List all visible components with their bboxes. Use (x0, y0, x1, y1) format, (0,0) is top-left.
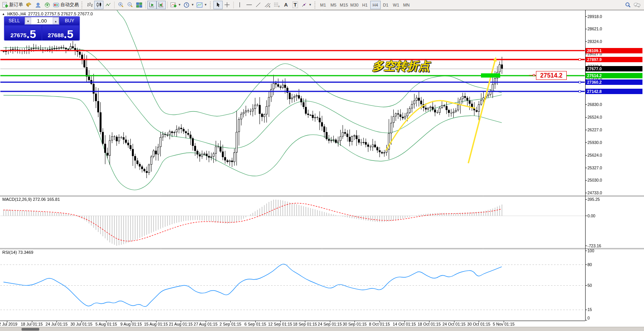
crosshair-icon (224, 2, 230, 8)
price-tick-label: 28621.0 (587, 26, 602, 31)
macd-scale-label: 395.25 (587, 197, 600, 202)
timeframe-d1[interactable]: D1 (381, 1, 391, 9)
price-tick-label: 25624.0 (587, 153, 602, 158)
toolbar-right-group (623, 1, 642, 9)
timeframe-w1[interactable]: W1 (391, 1, 401, 9)
sell-price-fraction: .5 (27, 28, 36, 40)
chart-canvas[interactable] (0, 0, 644, 331)
channel-button[interactable]: E (263, 1, 272, 9)
time-label: 15 Aug 01:15 (143, 322, 169, 326)
sell-price-box[interactable]: 27675.5 (5, 26, 42, 40)
volume-spinner: ▼ 1.00 ▲ (25, 17, 59, 25)
toolbar-grip (210, 2, 212, 8)
svg-text:E: E (269, 5, 270, 8)
scrollbar-thumb[interactable] (22, 328, 39, 331)
zoom-out-button[interactable] (125, 1, 135, 9)
periods-button[interactable]: ▼ (182, 1, 195, 9)
sell-price-main: 27675 (10, 32, 27, 40)
time-label: 6 Sep 01:15 (243, 322, 268, 326)
time-label: 27 Aug 01:15 (193, 322, 218, 326)
volume-value[interactable]: 1.00 (31, 17, 53, 24)
autotrading-button[interactable]: 自动交易 (52, 1, 80, 9)
time-label: 5 Nov 01:15 (491, 322, 516, 326)
symbol-period-label: HK50-,H4 (7, 12, 26, 16)
time-label: 5 Aug 01:15 (93, 322, 119, 326)
buy-button[interactable]: BUY (60, 17, 80, 25)
bar-chart-button[interactable] (85, 1, 94, 9)
line-chart-icon (105, 2, 111, 8)
text-tool-icon: A (284, 2, 288, 8)
text-tool-button[interactable]: A (281, 1, 291, 9)
arrows-tool-button[interactable]: ▼ (300, 1, 313, 9)
indicators-icon (170, 2, 176, 8)
timeframe-h1[interactable]: H1 (360, 1, 370, 9)
price-callout-label[interactable]: 27514.2 (536, 71, 567, 80)
timeframe-h4[interactable]: H4 (370, 1, 381, 9)
sell-button[interactable]: SELL (4, 17, 24, 25)
time-label: 12 Jul 2019 (0, 322, 20, 326)
auto-scroll-button[interactable] (147, 1, 156, 9)
timeframe-mn[interactable]: MN (401, 1, 412, 9)
toolbar-separator (233, 2, 234, 8)
collapse-panel-arrow[interactable]: ▲ (2, 12, 5, 16)
search-button[interactable] (623, 1, 632, 9)
toolbar-grip (315, 2, 316, 8)
navigator-button[interactable] (33, 1, 43, 9)
time-label: 18 Jul 01:15 (19, 322, 45, 326)
timeframe-m5[interactable]: M5 (328, 1, 339, 9)
templates-button[interactable]: ▼ (195, 1, 208, 9)
bar-chart-icon (87, 2, 93, 8)
timeframe-m30[interactable]: M30 (349, 1, 359, 9)
crosshair-button[interactable] (223, 1, 232, 9)
market-watch-button[interactable] (24, 1, 33, 9)
rsi-scale-label: 15 (587, 307, 592, 312)
rsi-scale-label: 80 (587, 262, 592, 267)
cursor-button[interactable] (213, 1, 223, 9)
zoom-out-icon (127, 2, 133, 8)
time-label: 24 Jul 01:15 (44, 322, 69, 326)
time-label: 18 Oct 01:15 (416, 322, 442, 326)
chart-annotation-text[interactable]: 多空转折点 (372, 58, 430, 74)
new-order-icon (2, 2, 8, 8)
autotrading-label: 自动交易 (60, 2, 79, 8)
time-label: 30 Oct 01:15 (466, 322, 491, 326)
time-label: 2 Sep 01:15 (218, 322, 243, 326)
one-click-trading-panel: SELL ▼ 1.00 ▲ BUY 27675.5 27688.5 (4, 16, 80, 41)
volume-up-button[interactable]: ▲ (53, 17, 59, 24)
tile-windows-icon (136, 2, 142, 8)
candlestick-chart-button[interactable] (94, 1, 103, 9)
dropdown-caret-icon: ▼ (204, 3, 207, 7)
timeframe-m1[interactable]: M1 (318, 1, 328, 9)
zoom-in-button[interactable] (116, 1, 125, 9)
timeframe-m15[interactable]: M15 (339, 1, 349, 9)
tile-windows-button[interactable] (135, 1, 144, 9)
price-tick-label: 26227.0 (587, 127, 602, 132)
cursor-icon (215, 2, 221, 8)
svg-text:F: F (278, 5, 280, 8)
time-label: 24 Sep 01:15 (317, 322, 343, 326)
current-price-label: 27677.0 (586, 66, 642, 71)
buy-price-box[interactable]: 27688.5 (42, 26, 79, 40)
chart-shift-button[interactable] (156, 1, 166, 9)
text-label-button[interactable]: T (291, 1, 300, 9)
time-label: 30 Sep 01:15 (342, 322, 367, 326)
chat-button[interactable] (632, 1, 642, 9)
trendline-button[interactable] (254, 1, 263, 9)
time-label: 21 Aug 01:15 (168, 322, 193, 326)
volume-down-button[interactable]: ▼ (25, 17, 31, 24)
data-feed-button[interactable] (43, 1, 52, 9)
line-chart-button[interactable] (103, 1, 113, 9)
vertical-line-button[interactable] (235, 1, 245, 9)
price-tick-label: 25030.0 (587, 178, 602, 183)
signal-icon (44, 2, 50, 8)
toolbar: 新订单 自动交易 ▼ ▼ ▼ E F A T ▼ (0, 0, 644, 10)
toolbar-separator (145, 2, 146, 8)
new-order-button[interactable]: 新订单 (1, 1, 24, 9)
line-price-label: 27142.8 (586, 89, 642, 94)
indicators-button[interactable]: ▼ (169, 1, 182, 9)
chat-icon (634, 2, 641, 8)
dropdown-caret-icon: ▼ (178, 3, 181, 7)
horizontal-scrollbar[interactable] (0, 327, 644, 331)
horizontal-line-button[interactable] (245, 1, 254, 9)
fibonacci-button[interactable]: F (272, 1, 281, 9)
